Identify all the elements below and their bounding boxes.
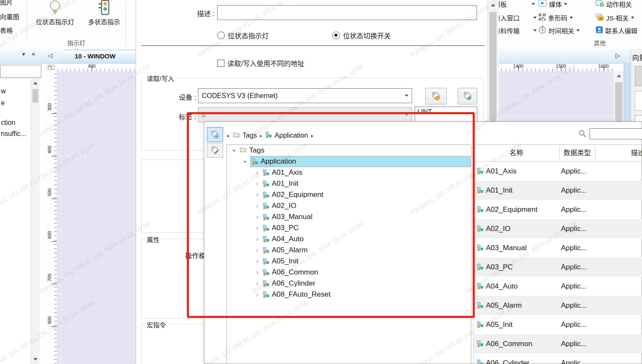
column-separator — [559, 146, 560, 160]
tab-scroll-right-button[interactable]: ▷ — [616, 52, 620, 59]
ruler-major-tick — [52, 241, 57, 242]
gallery-item-picture[interactable]: 图片 — [0, 0, 26, 6]
ribbon-separator — [125, 2, 126, 46]
tag-node-icon — [477, 341, 483, 347]
ruler-label: 1500 — [556, 64, 566, 69]
traffic-light-icon — [98, 0, 110, 17]
scroll-up-icon[interactable] — [31, 79, 40, 87]
scroll-up-icon[interactable] — [488, 0, 498, 10]
column-header-name[interactable]: 名称 — [474, 144, 559, 162]
chevron-down-icon — [405, 95, 408, 97]
device-combo[interactable]: CODESYS V3 (Ethernet) — [198, 88, 412, 103]
left-panel-header: ▼ × — [0, 49, 41, 64]
device-label: 设备 : — [171, 92, 196, 102]
table-row-A02_Equipment[interactable]: A02_EquipmentApplic... — [474, 200, 642, 219]
bit-lamp-button[interactable]: 位状态指示灯 — [28, 0, 82, 26]
object-list: w e ction nsuffic... — [0, 78, 41, 364]
table-row-A05_Init[interactable]: A05_InitApplic... — [474, 315, 642, 334]
ruler-label: 300 — [47, 103, 52, 111]
ribbon-item-data-transfer[interactable]: 资料传输 — [494, 25, 537, 36]
table-row-A03_PC[interactable]: A03_PCApplic... — [474, 257, 642, 277]
scrollbar-thumb[interactable] — [32, 89, 38, 103]
panel-menu-arrow-icon[interactable]: ▼ — [21, 52, 26, 57]
dropdown-arrow-icon — [569, 17, 573, 19]
ruler-major-tick — [52, 326, 57, 327]
ribbon-item-template[interactable]: 模板 — [494, 0, 535, 9]
gallery-item-table[interactable]: 表格 — [0, 26, 26, 35]
panel-close-icon[interactable]: × — [32, 50, 35, 58]
tag-node-icon — [477, 168, 483, 174]
action-icon — [596, 0, 604, 8]
column-header-description[interactable]: 描述 — [595, 144, 642, 162]
column-header-datatype[interactable]: 数据类型 — [559, 144, 595, 162]
gallery-item-vector[interactable]: 向量图 — [0, 12, 26, 21]
ribbon-item-action[interactable]: 动作相关 — [596, 0, 642, 9]
table-row-A04_Auto[interactable]: A04_AutoApplic... — [474, 277, 642, 296]
ruler-label: 700 — [47, 274, 52, 281]
left-panel-filter-box[interactable] — [0, 65, 41, 78]
ruler-major-tick — [52, 199, 57, 199]
divider — [141, 45, 485, 46]
ribbon-item-js[interactable]: JS JS-相关 — [596, 12, 642, 23]
ruler-major-tick — [52, 113, 57, 114]
vertical-ruler: 300400500600700800 — [46, 71, 57, 364]
table-row-A06_Cylinder[interactable]: A06_CylinderApplic... — [474, 353, 642, 364]
table-row-A03_Manual[interactable]: A03_ManualApplic... — [474, 238, 642, 257]
search-icon — [578, 129, 587, 139]
table-row-A06_Common[interactable]: A06_CommonApplic... — [474, 334, 642, 353]
list-item[interactable]: nsuffic... — [1, 130, 26, 138]
multi-lamp-button[interactable]: 多状态指示 — [83, 0, 125, 26]
ribbon-item-time[interactable]: 时间相关 — [538, 25, 580, 36]
table-row-A05_Alarm[interactable]: A05_AlarmApplic... — [474, 296, 642, 315]
vector-preview-item[interactable] — [635, 91, 642, 111]
svg-text:JS: JS — [599, 17, 603, 20]
table-row-A01_Init[interactable]: A01_InitApplic... — [474, 181, 642, 200]
scroll-down-icon[interactable] — [31, 355, 40, 364]
ribbon-item-barcode[interactable]: 条形码 — [538, 12, 573, 23]
tag-settings-button[interactable] — [425, 88, 447, 104]
list-item[interactable]: e — [1, 99, 5, 107]
search-input[interactable] — [590, 128, 642, 139]
tag-node-icon — [477, 206, 483, 213]
description-input[interactable] — [217, 5, 477, 20]
contact-icon — [596, 26, 603, 35]
ribbon-item-contact[interactable]: 联系人编辑 — [596, 25, 642, 36]
group-label-other: 其他 — [574, 38, 625, 47]
ruler-label: 1400 — [513, 64, 523, 69]
ruler-label: 800 — [47, 316, 52, 324]
red-annotation-rectangle — [187, 112, 475, 318]
radio-selected-icon — [332, 32, 340, 39]
tag-add-button[interactable] — [458, 88, 477, 104]
left-panel-scrollbar[interactable] — [31, 79, 40, 364]
tag-plus-icon — [462, 91, 473, 101]
radio-bit-toggle-switch[interactable]: 位状态切换开关 — [332, 30, 391, 40]
dropdown-arrow-icon — [533, 29, 537, 32]
ruler-label: 400 — [47, 146, 52, 153]
tag-dot-icon — [431, 91, 441, 101]
tag-node-icon — [477, 321, 483, 328]
scroll-up-icon[interactable] — [613, 71, 624, 81]
description-label: 描述 : — [179, 8, 215, 18]
list-item[interactable]: w — [1, 87, 6, 95]
ruler-label: 500 — [47, 188, 52, 196]
media-icon — [538, 0, 547, 9]
list-item[interactable]: ction — [1, 119, 15, 127]
bulb-icon — [49, 0, 61, 17]
corner-icon — [48, 65, 55, 70]
ribbon-item-embed-window[interactable]: 嵌入窗口 — [494, 12, 537, 23]
table-row-A02_IO[interactable]: A02_IOApplic... — [474, 219, 642, 238]
different-address-checkbox[interactable]: 读取/写入使用不同的地址 — [217, 58, 304, 68]
dropdown-arrow-icon — [533, 17, 537, 19]
tab-scroll-left-button[interactable]: ◁ — [48, 52, 52, 59]
tab-window-10[interactable]: 10 - WINDOW — [59, 50, 143, 63]
table-row-A01_Axis[interactable]: A01_AxisApplic... — [474, 162, 642, 181]
dropdown-arrow-icon — [532, 3, 535, 5]
radio-icon — [217, 32, 225, 39]
ribbon-item-media[interactable]: 媒体 — [538, 0, 567, 9]
radio-bit-lamp[interactable]: 位状态指示灯 — [217, 30, 269, 40]
ruler-corner[interactable] — [46, 64, 57, 72]
dropdown-arrow-icon — [576, 29, 580, 32]
tag-table-panel: 名称 数据类型 描述 A01_AxisApplic...A01_InitAppl… — [473, 122, 642, 364]
vector-preview-item[interactable] — [635, 66, 642, 86]
app-window: 图片 向量图 表格 位状态指示灯 多状态指示 指示灯 模板 嵌入窗口 资料传输 … — [0, 0, 642, 364]
